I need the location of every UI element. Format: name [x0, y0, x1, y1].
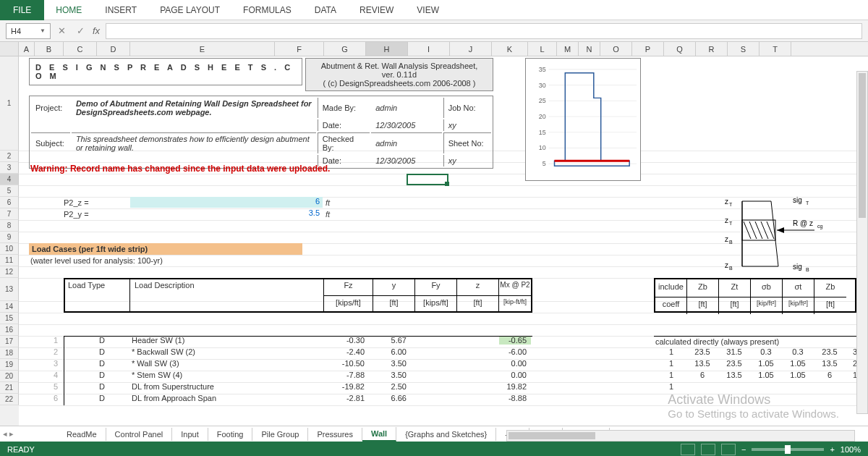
row-header[interactable]: 9: [0, 232, 19, 243]
load-desc-cell: * Backwall SW (2): [132, 347, 195, 356]
col-header[interactable]: K: [492, 42, 528, 56]
right-table-header: include coeff Zb [ft] Zt [ft] σb [kip/ft…: [654, 278, 856, 313]
row-num: 1: [48, 336, 62, 345]
horizontal-scrollbar[interactable]: [506, 430, 855, 442]
coeff-cell: 1: [657, 382, 686, 391]
zoom-plus-icon[interactable]: +: [830, 445, 834, 454]
col-header[interactable]: Q: [664, 42, 696, 56]
row-header[interactable]: 1: [0, 56, 19, 151]
formula-bar: H4 ▼ ✕ ✓ fx: [0, 20, 868, 42]
sheet-tab[interactable]: Footing: [208, 428, 253, 441]
view-pagebreak-icon[interactable]: [721, 444, 736, 455]
row-header[interactable]: 6: [0, 197, 19, 208]
formula-input[interactable]: [106, 23, 862, 39]
ribbon-tab-pagelayout[interactable]: PAGE LAYOUT: [148, 0, 231, 20]
col-header[interactable]: M: [557, 42, 579, 56]
row-header[interactable]: 18: [0, 347, 19, 359]
y-cell: 5.67: [373, 336, 411, 345]
p2y-label: P2_y =: [64, 210, 89, 219]
col-header[interactable]: S: [728, 42, 760, 56]
th-loadtype: Load Type: [64, 278, 130, 313]
row-header[interactable]: 5: [0, 185, 19, 197]
row-header[interactable]: 15: [0, 313, 19, 324]
row-header[interactable]: 17: [0, 336, 19, 347]
col-header[interactable]: L: [528, 42, 557, 56]
sheet-tab[interactable]: Pressures: [308, 428, 362, 441]
ribbon-tab-data[interactable]: DATA: [303, 0, 348, 20]
fx-icon[interactable]: fx: [93, 25, 100, 36]
sheet-tab-active[interactable]: Wall: [362, 427, 396, 442]
col-header[interactable]: O: [600, 42, 632, 56]
ribbon-tab-home[interactable]: HOME: [44, 0, 93, 20]
row-header[interactable]: 10: [0, 243, 19, 255]
th-sigb-u: [kip/ft²]: [751, 297, 783, 314]
col-header[interactable]: P: [632, 42, 664, 56]
sheet-nav[interactable]: ◂ ▸: [3, 429, 14, 439]
col-header[interactable]: H: [366, 42, 408, 56]
subject-value: This spreadsheet demonstrates how to eff…: [72, 132, 316, 153]
accept-formula-icon[interactable]: ✓: [72, 23, 88, 39]
cell-grid[interactable]: D E S I G N S P R E A D S H E E T S . C …: [19, 56, 868, 426]
row-header[interactable]: 8: [0, 220, 19, 232]
row-header[interactable]: 12: [0, 266, 19, 278]
ribbon-tab-formulas[interactable]: FORMULAS: [231, 0, 303, 20]
ribbon-tab-review[interactable]: REVIEW: [348, 0, 405, 20]
select-all-corner[interactable]: [0, 42, 19, 56]
row-header[interactable]: 22: [0, 394, 19, 405]
cancel-formula-icon[interactable]: ✕: [54, 23, 69, 39]
sheet-tab[interactable]: Control Panel: [106, 428, 173, 441]
col-header[interactable]: A: [19, 42, 35, 56]
col-header[interactable]: E: [130, 42, 275, 56]
coeff-cell: 1: [657, 371, 686, 379]
file-tab[interactable]: FILE: [0, 0, 44, 20]
zoom-minus-icon[interactable]: −: [741, 445, 746, 454]
col-header[interactable]: N: [579, 42, 600, 56]
row-header[interactable]: 21: [0, 382, 19, 394]
th-sigt-u: [kip/ft²]: [783, 297, 814, 314]
row-header[interactable]: 20: [0, 371, 19, 382]
table-top-border: [64, 336, 532, 337]
row-header[interactable]: 2: [0, 151, 19, 162]
zoom-percent: 100%: [841, 445, 861, 454]
svg-text:15: 15: [539, 129, 546, 136]
row-header[interactable]: 19: [0, 359, 19, 371]
chevron-down-icon: ▼: [40, 28, 46, 34]
row-header[interactable]: 14: [0, 301, 19, 313]
vertical-scrollbar[interactable]: [856, 71, 868, 414]
th-zb-u: [ft]: [687, 297, 719, 314]
row-header[interactable]: 16: [0, 324, 19, 336]
col-header[interactable]: G: [324, 42, 366, 56]
checked-value: admin: [371, 132, 441, 153]
col-header[interactable]: R: [696, 42, 728, 56]
row-header[interactable]: 4: [0, 174, 19, 185]
status-ready: READY: [7, 445, 35, 454]
row-header[interactable]: 13: [0, 278, 19, 301]
name-box[interactable]: H4 ▼: [6, 23, 51, 39]
fill-handle[interactable]: [445, 182, 449, 186]
row-header[interactable]: 3: [0, 162, 19, 174]
sheet-tab[interactable]: Input: [172, 428, 208, 441]
col-header[interactable]: T: [760, 42, 791, 56]
ribbon-tab-view[interactable]: VIEW: [405, 0, 451, 20]
zt-cell: 13.5: [719, 371, 749, 379]
view-pagelayout-icon[interactable]: [701, 444, 715, 455]
sheet-tab[interactable]: {Graphs and Sketches}: [396, 428, 496, 441]
col-header[interactable]: J: [450, 42, 492, 56]
col-header[interactable]: B: [35, 42, 64, 56]
view-normal-icon[interactable]: [681, 444, 695, 455]
th-zb2: Zb: [814, 279, 846, 297]
svg-text:B: B: [729, 266, 733, 271]
zoom-slider[interactable]: [752, 448, 824, 451]
col-header[interactable]: I: [408, 42, 450, 56]
col-header[interactable]: F: [275, 42, 324, 56]
col-header[interactable]: C: [64, 42, 97, 56]
sheet-tab[interactable]: ReadMe: [58, 428, 106, 441]
p2z-input[interactable]: 6: [130, 197, 323, 208]
wall-profile-chart: 353025 2015105: [525, 58, 641, 181]
col-header[interactable]: D: [97, 42, 130, 56]
sheet-tab[interactable]: Pile Group: [252, 428, 308, 441]
ribbon-tab-insert[interactable]: INSERT: [93, 0, 148, 20]
row-header[interactable]: 11: [0, 255, 19, 266]
load-desc-cell: Header SW (1): [132, 336, 184, 345]
row-header[interactable]: 7: [0, 208, 19, 220]
